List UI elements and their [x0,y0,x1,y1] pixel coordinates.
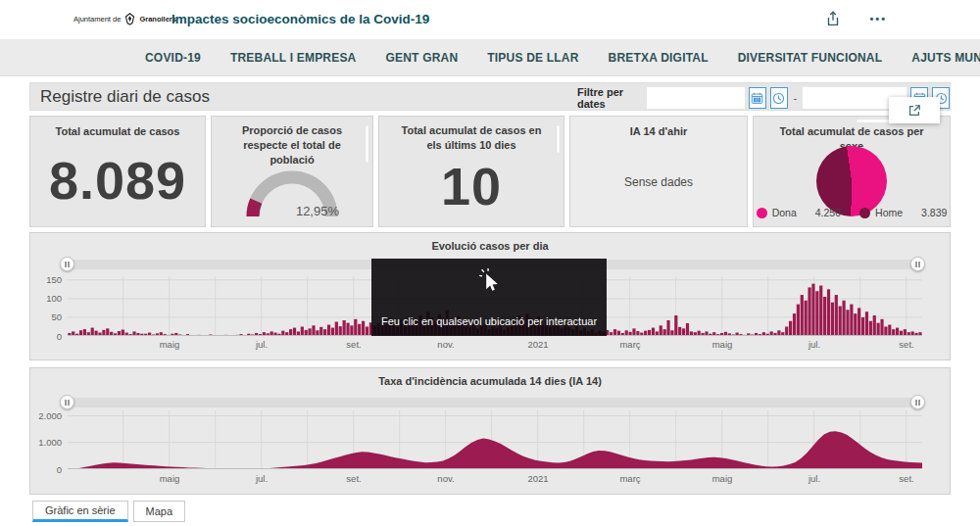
kpi-title: IA 14 d'ahir [570,117,747,139]
y-tick-label: 0 [32,464,62,475]
bar [873,315,876,336]
bar [884,326,887,336]
page-title-bar: Registre diari de casos Filtre per dates… [29,82,951,111]
x-tick-label: nov. [424,473,467,484]
bar [312,325,315,336]
ia14-chart-panel[interactable]: Taxa d'incidència acumulada 14 dies (IA … [29,367,951,495]
nav-item-covid19[interactable]: COVID-19 [145,51,201,65]
bar [811,284,814,336]
bar [632,328,635,336]
y-tick-label: 150 [32,274,62,285]
legend-dot-dona [757,208,767,218]
range-slider-left-handle[interactable] [60,257,74,271]
bar [805,301,808,336]
ia14-area-chart[interactable] [68,410,922,469]
bar [346,323,349,336]
bar [652,328,655,336]
range-slider-right-handle[interactable] [910,395,925,409]
x-tick-label: set. [332,339,375,350]
x-tick-label: maig [148,339,191,350]
bar [835,295,838,336]
kpi-title: Total acumulat de casos en els últims 10… [379,117,564,153]
y-tick-label: 2.000 [32,410,62,421]
tab-mapa[interactable]: Mapa [133,501,186,522]
legend-value-home: 3.839 [921,207,947,218]
bar [319,327,322,336]
bar [91,328,94,336]
clock-icon [772,92,785,105]
bar [865,311,868,336]
bar [888,325,891,336]
date-range-separator: - [794,92,798,104]
bar [83,329,86,336]
more-options-icon[interactable]: ••• [869,13,887,24]
logo-prefix: Ajuntament de [74,15,121,24]
open-in-new-window-button[interactable] [889,97,940,123]
bar [350,325,353,336]
kpi-last10days-value: 10 [379,156,564,216]
date-from-input[interactable] [647,87,745,109]
range-slider-track[interactable] [62,398,924,407]
kpi-total-cases-card: Total acumulat de casos 8.089 [29,116,206,227]
range-slider-right-handle[interactable] [910,257,925,271]
x-tick-label: 2021 [516,473,560,484]
legend-dot-home [859,208,870,218]
nav-item-bretxa-digital[interactable]: BRETXA DIGITAL [609,51,709,65]
x-tick-label: maig [148,473,191,484]
scrollbar[interactable] [556,124,561,154]
x-tick-label: jul. [240,473,283,484]
x-tick-label: set. [885,339,928,350]
nav-item-tipus-de-llar[interactable]: TIPUS DE LLAR [487,51,578,65]
y-tick-label: 50 [32,311,62,322]
nav-item-diversitat-funcional[interactable]: DIVERSITAT FUNCIONAL [738,51,883,65]
gauge-percent-label: 12,95% [296,204,339,218]
bar [789,321,792,336]
report-title: Impactes socioeconòmics de la Covid-19 [172,12,429,26]
bar [793,313,796,336]
pie-legend: Dona 4.250 Home 3.839 [754,207,950,218]
daily-cases-chart-panel[interactable]: Evolució casos per dia 150100500 maigjul… [29,232,951,360]
calendar-from-button[interactable] [749,87,766,109]
x-tick-label: jul. [793,473,836,484]
bar [831,303,834,336]
scrollbar[interactable] [365,124,369,164]
nav-item-treball-i-empresa[interactable]: TREBALL I EMPRESA [230,51,357,65]
bar [366,326,368,336]
bar [846,310,849,336]
app-header: Ajuntament de Granollers Impactes socioe… [0,0,980,39]
bar [850,305,853,336]
bar [686,323,689,336]
bar [827,289,830,336]
bar [309,328,312,336]
bar [678,327,681,336]
click-to-interact-overlay[interactable]: Feu clic en qualsevol ubicació per inter… [371,259,607,336]
bar [823,297,826,336]
bar [682,328,685,336]
legend-label-home: Home [875,207,903,218]
calendar-icon [751,92,763,105]
date-filter-label: Filtre per dates [577,86,639,110]
bar [354,319,357,336]
range-slider-left-handle[interactable] [60,395,74,409]
bar [666,320,669,336]
tab-grafic-en-serie[interactable]: Gràfic en sèrie [32,501,128,522]
time-from-button[interactable] [770,87,788,109]
area-series [68,431,922,469]
nav-item-gent-gran[interactable]: GENT GRAN [385,51,458,65]
nav-item-ajuts-municipals[interactable]: AJUTS MUNICIPALS [911,51,980,65]
kpi-title: Total acumulat de casos [30,117,205,139]
bar [877,323,880,336]
popout-icon [907,104,921,118]
bar [861,317,864,336]
bar [327,325,330,336]
x-tick-label: set. [332,473,375,484]
bar [358,324,361,336]
top-navigation: COVID-19 TREBALL I EMPRESA GENT GRAN TIP… [0,39,980,76]
bar [797,305,800,336]
bar [801,295,804,336]
share-icon[interactable] [824,10,842,27]
bar [613,329,616,336]
bar [819,286,822,336]
kpi-ia14-card: IA 14 d'ahir Sense dades [569,116,748,227]
bar [301,326,304,336]
